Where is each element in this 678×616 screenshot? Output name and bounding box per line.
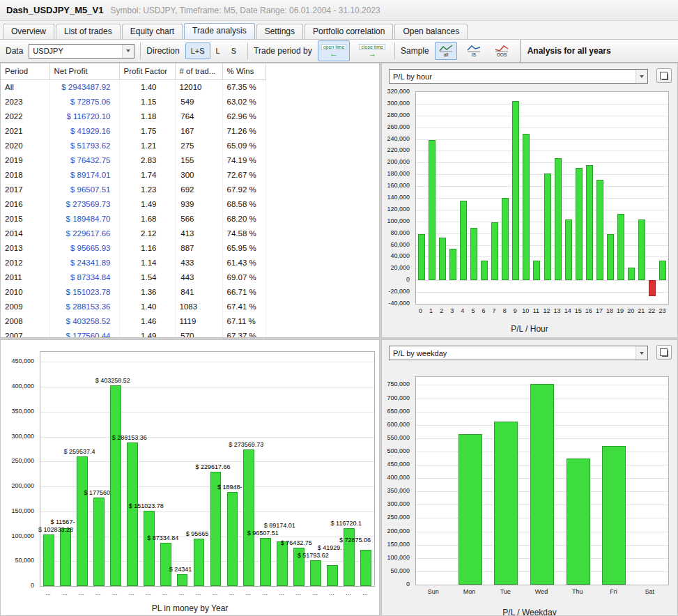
table-row[interactable]: 2017$ 96507.511.2369267.92 % — [1, 182, 265, 197]
direction-s-button[interactable]: S — [226, 43, 242, 59]
table-row[interactable]: 2011$ 87334.841.5444369.07 % — [1, 270, 265, 284]
table-row[interactable]: 2022$ 116720.101.1876462.96 % — [1, 109, 265, 123]
direction-l-button[interactable]: L — [210, 43, 226, 59]
bar-17 — [596, 180, 603, 280]
bar-value-label: $ 51793.62 — [298, 552, 329, 559]
bar-value-label: $ 41929. — [318, 544, 342, 551]
table-row[interactable]: 2015$ 189484.701.6856668.20 % — [1, 211, 265, 226]
y-tick-label: 140,000 — [387, 194, 410, 201]
cell-wins: 65.95 % — [222, 240, 265, 255]
gridline — [416, 198, 668, 199]
main-grid: PeriodNet ProfitProfit Factor# of trad..… — [0, 63, 678, 616]
bar- — [177, 574, 188, 586]
open-time-button[interactable]: open time ← — [318, 40, 350, 61]
tab-settings[interactable]: Settings — [256, 24, 303, 39]
x-tick-label: 8 — [500, 307, 510, 314]
x-tick-label: Sun — [415, 588, 452, 595]
bar-value-label: $ 116720.1 — [331, 520, 362, 527]
column-header-period[interactable]: Period — [1, 63, 49, 79]
table-row[interactable]: 2009$ 288153.361.40108367.41 % — [1, 299, 265, 314]
tab-overview[interactable]: Overview — [3, 24, 54, 39]
column-header-of-trad[interactable]: # of trad... — [175, 63, 222, 79]
y-tick-label: 320,000 — [387, 88, 410, 95]
hour-chart-selector[interactable]: P/L by hour — [389, 69, 648, 84]
sample-is-icon: IS — [465, 43, 482, 57]
table-row[interactable]: 2023$ 72875.061.1554963.02 % — [1, 94, 265, 109]
direction-l-s-button[interactable]: L+S — [185, 43, 210, 59]
weekday-chart-selector-value: P/L by weekday — [390, 349, 635, 357]
tab-equity-chart[interactable]: Equity chart — [122, 24, 183, 39]
sample-is-button[interactable]: IS — [463, 42, 485, 60]
table-row[interactable]: 2012$ 24341.891.1443361.43 % — [1, 255, 265, 270]
bar-value-label: $ 76432.75 — [281, 539, 312, 546]
x-tick-label: ... — [256, 590, 273, 596]
tab-list-of-trades[interactable]: List of trades — [56, 24, 121, 39]
x-tick-label: 11 — [531, 307, 541, 314]
cell-period: 2012 — [1, 255, 49, 270]
bar-4 — [460, 201, 467, 280]
tab-portfolio-correlation[interactable]: Portfolio correlation — [305, 24, 393, 39]
table-row[interactable]: 2021$ 41929.161.7516771.26 % — [1, 123, 265, 138]
table-row[interactable]: 2007$ 177560.441.4957067.37 % — [1, 328, 265, 338]
table-row[interactable]: All$ 2943487.921.401201067.35 % — [1, 79, 265, 94]
bar-3 — [449, 249, 456, 280]
table-row[interactable]: 2020$ 51793.621.2127565.09 % — [1, 138, 265, 153]
arrow-left-icon: ← — [330, 50, 338, 58]
table-row[interactable]: 2018$ 89174.011.7430072.67 % — [1, 167, 265, 182]
gridline — [416, 128, 668, 128]
copy-chart-button[interactable] — [656, 68, 672, 83]
x-tick-label: ... — [174, 590, 190, 596]
cell-of-trad: 570 — [175, 328, 222, 338]
close-time-button[interactable]: close time → — [355, 40, 389, 61]
bar-tue — [494, 422, 518, 585]
y-axis: 050,000100,000150,000200,000250,000300,0… — [382, 376, 413, 585]
table-row[interactable]: 2019$ 76432.752.8315574.19 % — [1, 153, 265, 167]
x-tick-label: Mon — [452, 588, 488, 595]
bar-7 — [491, 222, 498, 281]
cell-of-trad: 764 — [175, 109, 222, 123]
cell-wins: 62.96 % — [222, 109, 265, 123]
tab-open-balances[interactable]: Open balances — [394, 24, 468, 39]
x-tick-label: 21 — [636, 307, 647, 314]
cell-net-profit: $ 2943487.92 — [49, 79, 119, 94]
column-header-profit-factor[interactable]: Profit Factor — [119, 63, 175, 79]
tab-trade-analysis[interactable]: Trade analysis — [184, 23, 255, 39]
y-tick-label: 0 — [406, 580, 410, 587]
table-row[interactable]: 2008$ 403258.521.46111967.11 % — [1, 314, 265, 328]
bar-2 — [439, 238, 446, 281]
bar-wed — [530, 384, 554, 585]
y-tick-label: 280,000 — [387, 111, 410, 118]
direction-label: Direction — [146, 46, 179, 56]
table-row[interactable]: 2016$ 273569.731.4993968.58 % — [1, 197, 265, 211]
copy-chart-button[interactable] — [656, 345, 672, 360]
column-header-net-profit[interactable]: Net Profit — [49, 63, 119, 79]
sample-all-button[interactable]: all — [435, 42, 457, 60]
gridline — [40, 387, 374, 387]
x-tick-label: 16 — [583, 307, 594, 314]
cell-wins: 67.37 % — [222, 328, 265, 338]
y-tick-label: 750,000 — [387, 380, 410, 387]
column-header-wins[interactable]: % Wins — [222, 63, 265, 79]
bar-value-label: $ 259537.4 — [63, 448, 95, 455]
y-tick-label: 100,000 — [11, 532, 34, 539]
cell-of-trad: 549 — [175, 94, 222, 109]
cell-of-trad: 566 — [175, 211, 222, 226]
chart-title: P/L / Hour — [382, 324, 677, 334]
cell-of-trad: 12010 — [175, 79, 222, 94]
y-tick-label: 650,000 — [387, 408, 410, 415]
pl-by-hour-panel: P/L by hour -40,000-20,000020,00040,0006… — [381, 63, 678, 338]
x-tick-label: 0 — [415, 307, 426, 314]
data-symbol-select[interactable]: USDJPY — [29, 44, 134, 59]
pl-by-hour-chart: -40,000-20,000020,00040,00060,00080,0001… — [382, 87, 677, 337]
table-row[interactable]: 2010$ 151023.781.3684166.71 % — [1, 284, 265, 299]
cell-profit-factor: 1.49 — [119, 197, 175, 211]
table-row[interactable]: 2013$ 95665.931.1688765.95 % — [1, 240, 265, 255]
table-row[interactable]: 2014$ 229617.662.1241374.58 % — [1, 226, 265, 240]
cell-wins: 72.67 % — [222, 167, 265, 182]
weekday-chart-selector[interactable]: P/L by weekday — [389, 346, 648, 360]
bar-value-label: $ 87334.84 — [147, 534, 178, 541]
cell-net-profit: $ 89174.01 — [49, 167, 119, 182]
sample-oos-button[interactable]: OOS — [491, 42, 513, 60]
x-tick-label: ... — [90, 590, 107, 596]
x-tick-label: ... — [190, 590, 207, 596]
